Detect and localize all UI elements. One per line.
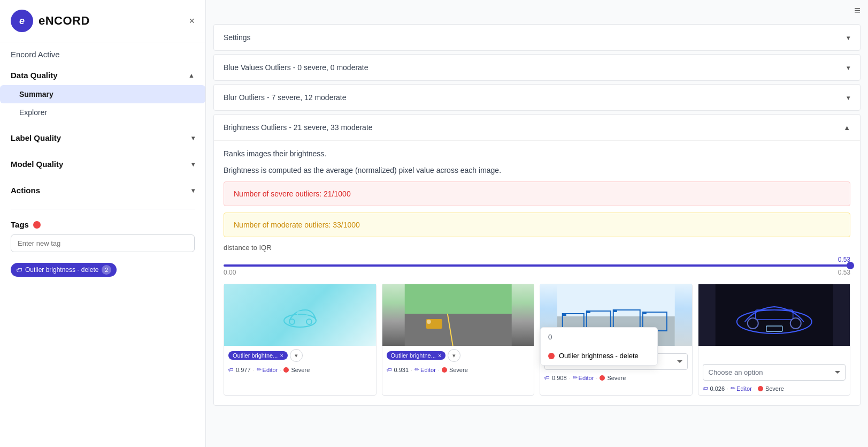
chevron-down-icon: ▾ (847, 34, 850, 42)
sidebar: e eNCORD × Encord Active Data Quality ▲ … (0, 0, 206, 447)
menu-icon[interactable]: ≡ (854, 4, 861, 17)
dropdown-item-0[interactable]: 0 (541, 328, 657, 346)
pencil-icon-3: ✏ (573, 374, 578, 381)
images-grid: Outlier brightne... × ▾ 🏷 0.977 · ✏ Edit… (224, 284, 850, 396)
pencil-icon-2: ✏ (414, 366, 419, 373)
svg-rect-20 (715, 284, 833, 346)
tag-name: Outlier brightness - delete (25, 266, 98, 274)
main-content: ≡ Settings ▾ Blue Values Outliers - 0 se… (206, 0, 868, 447)
nav-title-actions[interactable]: Actions ▾ (0, 180, 205, 200)
severe-outliers-alert: Number of severe outliers: 21/1000 (224, 181, 850, 206)
svg-rect-5 (404, 284, 511, 314)
slider-current-value: 0.53 (224, 256, 850, 263)
nav-title-data-quality[interactable]: Data Quality ▲ (0, 65, 205, 85)
nav-group-label-quality: Label Quality ▾ (0, 125, 205, 151)
chevron-down-icon: ▾ (191, 187, 195, 194)
nav-title-model-quality[interactable]: Model Quality ▾ (0, 154, 205, 174)
accordion-settings: Settings ▾ (213, 24, 861, 51)
tag-strip-2: Outlier brightne... × ▾ (382, 346, 534, 364)
tags-label: Tags (11, 220, 195, 229)
dropdown-item-tag[interactable]: Outlier brightness - delete (541, 346, 657, 365)
moderate-outliers-alert: Number of moderate outliers: 33/1000 (224, 213, 850, 237)
accordion-header-blue-values[interactable]: Blue Values Outliers - 0 severe, 0 moder… (214, 55, 860, 80)
accordion-brightness: Brightness Outliers - 21 severe, 33 mode… (213, 114, 861, 406)
svg-rect-16 (563, 314, 566, 316)
score-icon-3: 🏷 (544, 375, 550, 381)
sidebar-header: e eNCORD × (0, 0, 205, 42)
card-footer-4: 🏷 0.026 · ✏ Editor · Severe (698, 383, 850, 395)
svg-rect-17 (587, 311, 590, 313)
slider-section: distance to IQR 0.53 0.00 0.53 (224, 244, 850, 276)
chevron-up-icon: ▲ (843, 124, 850, 132)
tag-close-1[interactable]: × (280, 352, 283, 359)
top-bar: ≡ (206, 0, 868, 21)
gear-button-1[interactable]: ▾ (290, 349, 303, 362)
app-name: Encord Active (0, 42, 205, 62)
slider-track (224, 264, 850, 267)
divider (11, 209, 195, 209)
accordion-body-brightness: Ranks images their brightness. Brightnes… (214, 140, 860, 405)
logo-area: e eNCORD (11, 10, 90, 32)
severity-dot-3 (600, 375, 605, 381)
tag-pill: 🏷 Outlier brightness - delete 2 (11, 263, 117, 277)
pencil-icon-1: ✏ (257, 366, 262, 373)
accordion-header-settings[interactable]: Settings ▾ (214, 25, 860, 50)
tag-badge-1: Outlier brightne... × (228, 351, 288, 360)
svg-point-2 (306, 319, 312, 324)
tags-section: Tags 🏷 Outlier brightness - delete 2 (0, 215, 205, 282)
svg-rect-6 (404, 314, 511, 346)
score-icon-4: 🏷 (703, 385, 708, 391)
image-card-3: 0 Outlier brightness - delete Choose an … (540, 284, 693, 396)
chevron-down-icon: ▾ (191, 134, 195, 142)
accordion-header-brightness[interactable]: Brightness Outliers - 21 severe, 33 mode… (214, 115, 860, 140)
severity-dot-1 (283, 367, 289, 373)
logo-text: eNCORD (39, 14, 90, 28)
pencil-icon-4: ✏ (731, 385, 735, 392)
slider-thumb[interactable] (847, 262, 854, 269)
tag-input[interactable] (11, 234, 195, 252)
nav-title-label-quality[interactable]: Label Quality ▾ (0, 128, 205, 148)
score-icon-2: 🏷 (387, 367, 392, 373)
image-card-1: Outlier brightne... × ▾ 🏷 0.977 · ✏ Edit… (224, 284, 377, 396)
slider-label: distance to IQR (224, 244, 850, 252)
chevron-up-icon: ▲ (188, 72, 195, 79)
tag-count: 2 (102, 265, 111, 275)
card-footer-3: 🏷 0.908 · ✏ Editor · Severe (540, 372, 692, 384)
footer-sep-1: · (253, 367, 255, 373)
choose-select-4[interactable]: Choose an option (703, 364, 846, 381)
choose-select-wrapper-4: Choose an option (698, 362, 850, 383)
tags-dot (33, 221, 41, 229)
sidebar-item-explorer[interactable]: Explorer (0, 103, 205, 122)
nav-group-model-quality: Model Quality ▾ (0, 151, 205, 177)
gear-button-2[interactable]: ▾ (448, 349, 460, 362)
logo-icon: e (11, 10, 33, 32)
editor-link-2[interactable]: ✏ Editor (414, 366, 436, 373)
svg-point-9 (426, 320, 431, 324)
accordion-blue-values: Blue Values Outliers - 0 severe, 0 moder… (213, 54, 861, 81)
slider-fill (224, 264, 850, 267)
card-footer-1: 🏷 0.977 · ✏ Editor · Severe (224, 364, 376, 376)
score-icon-1: 🏷 (228, 367, 234, 373)
svg-rect-19 (643, 312, 647, 314)
severity-dot-2 (442, 367, 447, 373)
dropdown-dot (548, 353, 555, 359)
card-footer-2: 🏷 0.931 · ✏ Editor · Severe (382, 364, 534, 376)
close-button[interactable]: × (189, 16, 195, 27)
nav-group-actions: Actions ▾ (0, 177, 205, 203)
image-card-4: Choose an option 🏷 0.026 · ✏ Editor · (698, 284, 851, 396)
sidebar-item-summary[interactable]: Summary (0, 85, 205, 103)
severity-dot-4 (758, 386, 763, 391)
accordion-header-blur-outliers[interactable]: Blur Outliers - 7 severe, 12 moderate ▾ (214, 85, 860, 110)
footer-sep2-1: · (280, 367, 281, 373)
chevron-down-icon: ▾ (847, 64, 850, 72)
editor-link-1[interactable]: ✏ Editor (257, 366, 278, 373)
svg-rect-18 (613, 310, 617, 312)
existing-tags: 🏷 Outlier brightness - delete 2 (11, 257, 195, 277)
editor-link-3[interactable]: ✏ Editor (573, 374, 594, 381)
chevron-down-icon: ▾ (191, 161, 195, 168)
tag-close-2[interactable]: × (438, 352, 441, 359)
editor-link-4[interactable]: ✏ Editor (731, 385, 752, 392)
tag-dropdown-3: 0 Outlier brightness - delete (540, 327, 658, 366)
slider-min: 0.00 (224, 269, 236, 276)
slider-values: 0.00 0.53 (224, 269, 850, 276)
